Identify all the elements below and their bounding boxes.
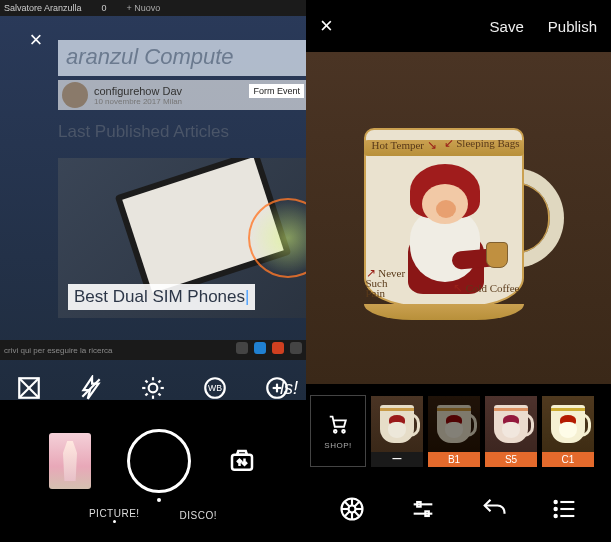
taskbar-app-icon bbox=[272, 342, 284, 354]
author-name: configurehow Dav bbox=[94, 85, 182, 97]
publish-meta: 10 novembre 2017 Milan bbox=[94, 97, 182, 106]
editor-toolbar bbox=[306, 478, 611, 540]
svg-point-21 bbox=[342, 429, 345, 432]
list-menu-icon[interactable] bbox=[551, 495, 579, 523]
filters-wheel-icon[interactable] bbox=[338, 495, 366, 523]
filter-strip: SHOP! – B1 S5 C1 bbox=[306, 384, 611, 478]
filter-b1[interactable]: B1 bbox=[428, 396, 480, 467]
form-event-badge: Form Event bbox=[249, 84, 304, 98]
taskbar: crivi qui per eseguire la ricerca bbox=[0, 340, 306, 360]
site-banner-title: aranzul Compute bbox=[58, 40, 306, 76]
taskbar-app-icon bbox=[254, 342, 266, 354]
camera-quick-settings: WB bbox=[0, 370, 306, 406]
svg-point-39 bbox=[555, 501, 557, 503]
tab-title: Salvatore Aranzulla bbox=[4, 3, 82, 13]
svg-point-5 bbox=[149, 384, 158, 393]
close-editor-button[interactable]: × bbox=[320, 13, 333, 39]
mode-picture[interactable]: PICTURE! bbox=[89, 508, 140, 519]
photo-editor: × Save Publish Hot Temper ↘ ↙ Sleeping B… bbox=[306, 0, 611, 542]
flash-off-icon[interactable] bbox=[78, 375, 104, 401]
article-hero: Best Dual SIM Phones| bbox=[58, 158, 306, 318]
svg-line-28 bbox=[345, 502, 350, 507]
camera-app: Salvatore Aranzulla 0 + Nuovo × aranzul … bbox=[0, 0, 306, 542]
switch-camera-icon[interactable] bbox=[227, 446, 257, 476]
shop-tile[interactable]: SHOP! bbox=[310, 395, 366, 467]
mug-illustration: Hot Temper ↘ ↙ Sleeping Bags ↗ Never Suc… bbox=[354, 108, 564, 328]
grumpy-character bbox=[392, 164, 498, 296]
comments-count: 0 bbox=[102, 3, 107, 13]
gallery-thumbnail[interactable] bbox=[49, 433, 91, 489]
camera-bottom-bar: PICTURE! DISCO! bbox=[0, 416, 306, 542]
svg-line-10 bbox=[145, 380, 147, 382]
filter-c1[interactable]: C1 bbox=[542, 396, 594, 467]
mug-text-cold-coffee: ↖ Cold Coffee bbox=[453, 281, 520, 296]
svg-line-30 bbox=[345, 511, 350, 516]
editor-topbar: × Save Publish bbox=[306, 0, 611, 52]
filter-original[interactable]: – bbox=[371, 396, 423, 467]
adjust-sliders-icon[interactable] bbox=[409, 495, 437, 523]
taskbar-app-icon bbox=[236, 342, 248, 354]
mug-text-never-such-pain: ↗ Never Such Pain bbox=[366, 268, 406, 298]
close-camera-button[interactable]: × bbox=[24, 28, 48, 52]
shop-label: SHOP! bbox=[324, 441, 351, 450]
article-title: Best Dual SIM Phones| bbox=[68, 284, 255, 310]
mug-text-hot-temper: Hot Temper ↘ bbox=[372, 138, 437, 153]
save-button[interactable]: Save bbox=[490, 18, 524, 35]
mode-disco[interactable]: DISCO! bbox=[180, 510, 217, 521]
taskbar-app-icon bbox=[290, 342, 302, 354]
taskbar-search-hint: crivi qui per eseguire la ricerca bbox=[4, 346, 113, 355]
undo-icon[interactable] bbox=[480, 495, 508, 523]
camera-viewfinder: Salvatore Aranzulla 0 + Nuovo × aranzul … bbox=[0, 0, 306, 400]
publish-button[interactable]: Publish bbox=[548, 18, 597, 35]
photo-preview[interactable]: Hot Temper ↘ ↙ Sleeping Bags ↗ Never Suc… bbox=[306, 52, 611, 384]
svg-line-12 bbox=[145, 393, 147, 395]
mode-selector[interactable]: PICTURE! DISCO! bbox=[0, 508, 306, 523]
grid-off-icon[interactable] bbox=[16, 375, 42, 401]
svg-line-13 bbox=[158, 380, 160, 382]
browser-tabbar: Salvatore Aranzulla 0 + Nuovo bbox=[0, 0, 306, 16]
svg-line-11 bbox=[158, 393, 160, 395]
author-row: configurehow Dav 10 novembre 2017 Milan … bbox=[58, 80, 306, 110]
svg-point-41 bbox=[555, 515, 557, 517]
svg-text:WB: WB bbox=[208, 383, 222, 393]
section-heading: Last Published Articles bbox=[58, 122, 229, 142]
svg-point-40 bbox=[555, 508, 557, 510]
svg-line-31 bbox=[354, 502, 359, 507]
white-balance-icon[interactable]: WB bbox=[202, 375, 228, 401]
add-icon[interactable] bbox=[264, 375, 290, 401]
svg-point-20 bbox=[334, 429, 337, 432]
avatar bbox=[62, 82, 88, 108]
svg-line-29 bbox=[354, 511, 359, 516]
brightness-icon[interactable] bbox=[140, 375, 166, 401]
filter-s5[interactable]: S5 bbox=[485, 396, 537, 467]
shutter-button[interactable] bbox=[127, 429, 191, 493]
new-tab-button: + Nuovo bbox=[127, 3, 161, 13]
mug-text-sleeping-bags: ↙ Sleeping Bags bbox=[444, 136, 520, 151]
